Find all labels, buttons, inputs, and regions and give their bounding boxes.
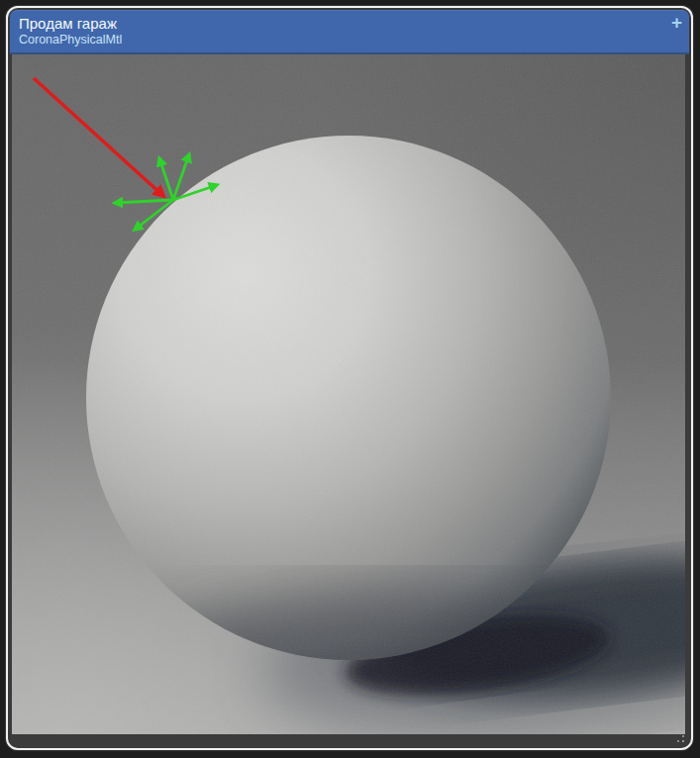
preview-render xyxy=(12,54,685,734)
material-preview[interactable] xyxy=(12,54,685,734)
resize-grip[interactable] xyxy=(673,733,685,743)
material-node[interactable]: Продам гараж CoronaPhysicalMtl + xyxy=(6,6,693,750)
node-header[interactable]: Продам гараж CoronaPhysicalMtl + xyxy=(10,10,689,54)
node-title: Продам гараж xyxy=(19,15,689,33)
add-node-button[interactable]: + xyxy=(671,12,682,34)
render-noise xyxy=(12,54,685,734)
node-material-type: CoronaPhysicalMtl xyxy=(19,33,689,47)
node-footer xyxy=(10,734,689,746)
